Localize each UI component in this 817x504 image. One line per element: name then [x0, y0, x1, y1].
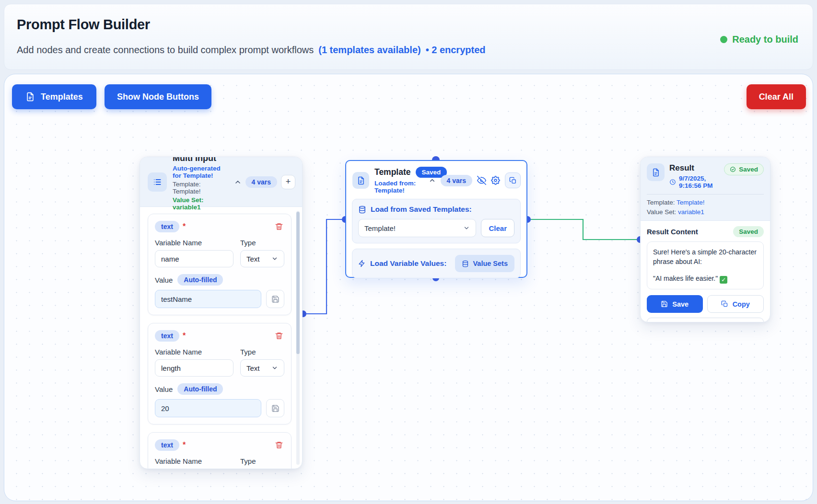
- scrollbar[interactable]: [296, 211, 300, 465]
- multi-input-controls: 4 vars +: [234, 175, 295, 189]
- save-icon[interactable]: [266, 399, 284, 417]
- load-templates-panel: Load from Saved Templates: Template! Cle…: [352, 199, 521, 243]
- template-label: Template:: [647, 199, 675, 206]
- templates-button[interactable]: Templates: [12, 84, 96, 109]
- template-select[interactable]: Template!: [358, 219, 476, 237]
- auto-filled-badge: Auto-filled: [177, 274, 223, 286]
- variable-name-input[interactable]: [155, 469, 233, 469]
- prompt-flow-builder-app: { "colors": { "accent": "#2563eb", "dang…: [0, 0, 817, 504]
- database-icon: [462, 260, 469, 267]
- multi-input-header: Multi Input Auto-generated for Template!…: [140, 157, 302, 207]
- subtitle-text: Add nodes and create connections to buil…: [17, 45, 314, 56]
- variable-name-input[interactable]: [155, 359, 233, 377]
- variable-card-name: text * Variable Name Type Text: [148, 214, 292, 315]
- save-icon: [661, 300, 668, 308]
- templates-button-label: Templates: [41, 92, 83, 102]
- encrypted-count: • 2 encrypted: [426, 45, 486, 56]
- vars-count-badge: 4 vars: [245, 176, 277, 188]
- value-set-value: variable1: [678, 208, 704, 216]
- copy-icon[interactable]: [505, 172, 521, 188]
- show-node-buttons-label: Show Node Buttons: [117, 92, 199, 102]
- templates-available-link[interactable]: (1 templates available): [318, 45, 420, 56]
- loaded-from-text: Loaded from: Template!: [374, 180, 423, 194]
- load-values-panel: Load Variable Values: Value Sets: [352, 249, 521, 278]
- variable-name-label: Variable Name: [155, 457, 233, 465]
- template-value: Template!: [677, 199, 705, 206]
- type-select-value: Text: [246, 255, 260, 263]
- result-content-box: Sure! Here's a simple 20-character phras…: [647, 241, 764, 289]
- value-sets-label: Value Sets: [473, 260, 508, 267]
- status-text: Ready to build: [732, 34, 798, 45]
- scrollbar-thumb[interactable]: [296, 212, 300, 354]
- eye-off-icon[interactable]: [477, 176, 486, 185]
- result-content-line2-wrap: "AI makes life easier."✓: [653, 274, 758, 284]
- multi-input-title: Multi Input: [173, 157, 228, 163]
- multi-input-template-line: Template: Template!: [173, 181, 228, 195]
- chevron-down-icon: [463, 225, 470, 231]
- type-select[interactable]: Text: [240, 359, 284, 377]
- template-select-value: Template!: [364, 224, 396, 232]
- type-select[interactable]: Text: [240, 250, 284, 267]
- result-head-text: Result 9/7/2025, 9:16:56 PM: [669, 163, 719, 189]
- load-values-label: Load Variable Values:: [370, 259, 446, 268]
- flow-canvas[interactable]: Templates Show Node Buttons Clear All Mu…: [4, 74, 813, 501]
- saved-badge: Saved: [724, 163, 764, 175]
- result-body: Result Content Saved Sure! Here's a simp…: [641, 221, 770, 322]
- type-label: Type: [240, 457, 284, 465]
- database-icon: [358, 206, 366, 214]
- show-node-buttons-button[interactable]: Show Node Buttons: [105, 84, 211, 109]
- copy-result-button[interactable]: Copy: [707, 295, 764, 313]
- gear-icon[interactable]: [491, 176, 500, 185]
- template-head-text: Template Saved Loaded from: Template!: [374, 167, 423, 194]
- value-input[interactable]: [155, 399, 261, 417]
- type-select[interactable]: Text: [240, 469, 284, 469]
- view-full-result-button[interactable]: View Full Result: [647, 318, 764, 322]
- multi-input-node[interactable]: Multi Input Auto-generated for Template!…: [140, 157, 303, 469]
- status-dot: [720, 36, 727, 43]
- page-title: Prompt Flow Builder: [17, 17, 150, 33]
- result-title: Result: [669, 163, 719, 173]
- list-icon: [148, 172, 167, 192]
- result-node[interactable]: Result 9/7/2025, 9:16:56 PM Saved: [640, 157, 770, 322]
- multi-input-head-text: Multi Input Auto-generated for Template!…: [173, 157, 228, 211]
- template-node[interactable]: Template Saved Loaded from: Template! 4 …: [345, 160, 527, 278]
- required-marker: *: [183, 332, 186, 340]
- multi-input-auto-note: Auto-generated for Template!: [173, 165, 228, 179]
- result-value-set-line: Value Set: variable1: [647, 208, 764, 216]
- result-content-label: Result Content: [647, 228, 698, 236]
- trash-icon[interactable]: [274, 331, 284, 341]
- result-timestamp: 9/7/2025, 9:16:56 PM: [679, 175, 719, 189]
- vars-count-badge: 4 vars: [441, 175, 472, 186]
- multi-input-value-set-line: Value Set: variable1: [173, 196, 228, 211]
- variable-type-badge: text: [155, 221, 179, 232]
- template-controls: 4 vars: [429, 172, 521, 188]
- chevron-up-icon[interactable]: [429, 177, 436, 184]
- chevron-up-icon[interactable]: [234, 178, 242, 186]
- check-emoji: ✓: [720, 276, 727, 284]
- result-content-line2: "AI makes life easier.": [653, 275, 718, 282]
- value-sets-button[interactable]: Value Sets: [455, 255, 514, 272]
- file-icon: [647, 163, 665, 181]
- save-icon[interactable]: [266, 290, 284, 308]
- result-header: Result 9/7/2025, 9:16:56 PM Saved: [641, 157, 770, 221]
- trash-icon[interactable]: [274, 221, 284, 232]
- variable-card-length: text * Variable Name Type Text: [148, 323, 292, 424]
- add-variable-button[interactable]: +: [281, 175, 295, 189]
- required-marker: *: [183, 441, 186, 449]
- divider: [647, 194, 764, 195]
- clear-all-button[interactable]: Clear All: [747, 84, 806, 109]
- save-result-label: Save: [672, 300, 689, 308]
- multi-input-variable-list: text * Variable Name Type Text: [140, 207, 302, 469]
- content-saved-badge: Saved: [733, 226, 764, 237]
- variable-name-input[interactable]: [155, 250, 233, 267]
- clock-icon: [669, 179, 676, 185]
- type-label: Type: [240, 348, 284, 356]
- save-result-button[interactable]: Save: [647, 295, 703, 313]
- value-input[interactable]: [155, 290, 261, 308]
- variable-name-label: Variable Name: [155, 348, 233, 356]
- clear-template-button[interactable]: Clear: [481, 219, 514, 237]
- load-templates-label: Load from Saved Templates:: [371, 205, 472, 214]
- trash-icon[interactable]: [274, 440, 284, 450]
- type-label: Type: [240, 239, 284, 247]
- template-header: Template Saved Loaded from: Template! 4 …: [346, 161, 526, 199]
